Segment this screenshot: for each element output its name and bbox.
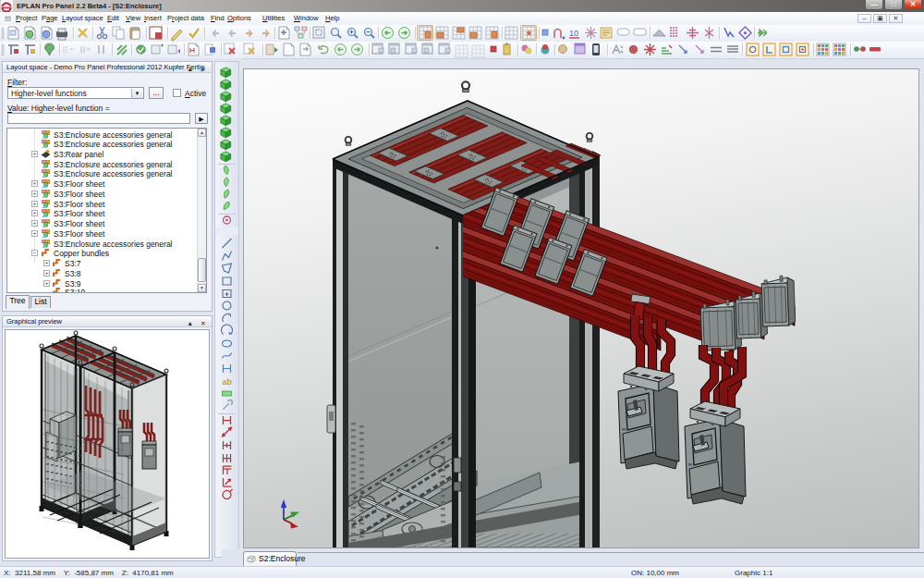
svg-text:10: 10	[569, 29, 578, 38]
svg-text:ab: ab	[223, 377, 233, 387]
